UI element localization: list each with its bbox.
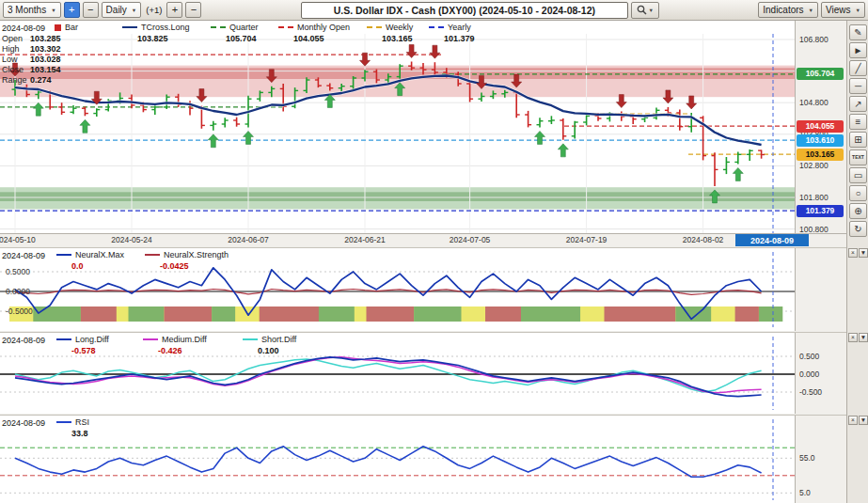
price-bar <box>747 149 753 161</box>
refresh-tool-button[interactable]: ↻ <box>849 221 867 237</box>
legend-value: 104.055 <box>293 34 324 43</box>
collapse-panel-button[interactable]: ▼ <box>859 248 868 258</box>
price-axis-label: 106.800 <box>799 35 829 44</box>
collapse-panel-button[interactable]: ▼ <box>859 333 868 342</box>
rsi-legend[interactable]: RSI <box>56 417 89 427</box>
legend-label: TCross.Long <box>141 23 190 32</box>
ohlc-info: Open103.285 High103.302 Low103.028 Close… <box>2 34 61 86</box>
legend-value: 103.165 <box>382 34 413 43</box>
close-panel-button[interactable]: × <box>848 248 858 258</box>
date-axis-label: 2024-07-05 <box>450 235 490 244</box>
indicator-axis-label: 55.0 <box>799 453 815 463</box>
views-button[interactable]: Views ▼ <box>821 2 865 18</box>
legend-label: Yearly <box>448 23 471 32</box>
short-diff-legend[interactable]: Short.Diff <box>243 335 296 344</box>
open-row: Open103.285 <box>2 34 61 44</box>
bars-ahead-label: (+1) <box>146 5 162 15</box>
price-bar <box>560 118 566 140</box>
indicators-button[interactable]: Indicators ▼ <box>758 2 818 18</box>
neuralx-axis-strip <box>795 248 846 331</box>
price-axis-label: 101.800 <box>799 193 829 202</box>
rectangle-tool-button[interactable]: ▭ <box>849 167 867 183</box>
legend-item-yearly[interactable]: Yearly <box>429 23 471 32</box>
trendline-tool-button[interactable]: ╱ <box>849 60 867 76</box>
buy-arrow-icon <box>244 131 254 144</box>
collapse-panel-button[interactable]: ▼ <box>859 416 868 425</box>
long-diff-legend[interactable]: Long.Diff <box>56 335 109 344</box>
symbol-title-box[interactable]: U.S. Dollar IDX - Cash (DXY00) (2024-05-… <box>301 2 628 19</box>
price-marker: 101.379 <box>797 205 844 217</box>
period-select[interactable]: Daily ▼ <box>102 2 142 18</box>
legend-value: 105.704 <box>226 34 257 43</box>
short-diff-swatch <box>243 338 258 340</box>
diff-panel[interactable]: 0.5000.000-0.500 2024-08-09 Long.Diff Me… <box>0 333 846 414</box>
indicator-name: Long.Diff <box>75 335 109 344</box>
monthly-open-swatch <box>278 26 293 28</box>
cursor-tool-button[interactable]: ► <box>849 42 867 58</box>
weekly-swatch <box>367 26 382 28</box>
horizontal-line-tool-button[interactable]: ─ <box>849 78 867 94</box>
rsi-panel[interactable]: 55.05.0 2024-08-09 RSI 33.8 <box>0 416 846 503</box>
crosshair-tool-button[interactable]: ⊕ <box>849 203 867 219</box>
price-band <box>0 192 795 201</box>
price-bar <box>210 121 216 131</box>
price-chart-canvas[interactable] <box>0 21 795 233</box>
price-bar <box>58 102 65 115</box>
range-row: Range0.274 <box>2 75 61 86</box>
ellipse-tool-button[interactable]: ○ <box>849 185 867 201</box>
bar-swatch <box>55 24 61 31</box>
indicator-value: -0.0425 <box>160 261 189 271</box>
current-date-box: 2024-08-09 <box>735 234 809 247</box>
bar-legend-item[interactable]: Bar <box>55 23 78 32</box>
signal-segment <box>462 307 485 322</box>
pencil-tool-button[interactable]: ✎ <box>849 24 867 40</box>
neuralx-strength-legend[interactable]: NeuralX.Strength <box>145 250 229 259</box>
legend-label: Monthly Open <box>297 23 350 32</box>
signal-segment <box>580 307 604 322</box>
neuralx-panel[interactable]: 0.50000.0000-0.5000 2024-08-09 NeuralX.M… <box>0 248 846 331</box>
signal-segment <box>521 307 580 322</box>
neuralx-max-legend[interactable]: NeuralX.Max <box>56 250 124 259</box>
indicator-value: 0.100 <box>258 346 279 355</box>
text-tool-button[interactable]: TEXT <box>849 149 867 165</box>
signal-segment <box>117 307 129 322</box>
chart-date-label: 2024-08-09 <box>2 24 45 33</box>
chevron-down-icon: ▼ <box>51 8 55 13</box>
remove-compare-button[interactable]: − <box>83 2 99 18</box>
range-select[interactable]: 3 Months ▼ <box>3 2 61 18</box>
views-label: Views <box>826 5 851 15</box>
legend-item-monthly-open[interactable]: Monthly Open <box>278 23 350 32</box>
high-row: High103.302 <box>2 44 61 55</box>
quarter-swatch <box>211 26 226 28</box>
range-select-value: 3 Months <box>8 5 46 15</box>
legend-item-quarter[interactable]: Quarter <box>211 23 259 32</box>
legend-item-weekly[interactable]: Weekly <box>367 23 413 32</box>
main-price-chart[interactable]: 106.800105.800104.800103.800102.800101.8… <box>0 21 846 246</box>
price-marker: 105.704 <box>797 68 844 80</box>
decrease-bars-button[interactable]: − <box>185 2 201 18</box>
legend-label: Weekly <box>386 23 413 32</box>
close-panel-button[interactable]: × <box>848 333 858 342</box>
diff-axis-strip: 0.5000.000-0.500 <box>795 333 846 414</box>
increase-bars-button[interactable]: + <box>166 2 182 18</box>
buy-arrow-icon <box>733 167 743 181</box>
legend-item-tcross[interactable]: TCross.Long <box>122 23 190 32</box>
tool-buttons: ✎►╱─↗≡⊞TEXT▭○⊕↻ <box>848 24 868 237</box>
price-marker: 104.055 <box>797 120 844 133</box>
add-compare-button[interactable]: + <box>64 2 80 18</box>
signal-segment <box>605 307 676 322</box>
indicator-axis-label: 0.000 <box>799 369 819 379</box>
chevron-down-icon: ▼ <box>809 8 813 13</box>
grid-tool-button[interactable]: ⊞ <box>849 132 867 148</box>
fibonacci-tool-button[interactable]: ≡ <box>849 114 867 130</box>
symbol-title: U.S. Dollar IDX - Cash (DXY00) (2024-05-… <box>334 5 595 16</box>
price-bar <box>525 111 531 127</box>
close-panel-button[interactable]: × <box>848 416 858 425</box>
panel-date-label: 2024-08-09 <box>2 251 45 260</box>
arrow-tool-button[interactable]: ↗ <box>849 96 867 112</box>
bar-legend-label: Bar <box>65 23 78 32</box>
buy-arrow-icon <box>208 134 218 148</box>
medium-diff-legend[interactable]: Medium.Diff <box>143 335 207 344</box>
search-button[interactable]: ▼ <box>631 2 659 19</box>
price-bar <box>583 114 590 125</box>
